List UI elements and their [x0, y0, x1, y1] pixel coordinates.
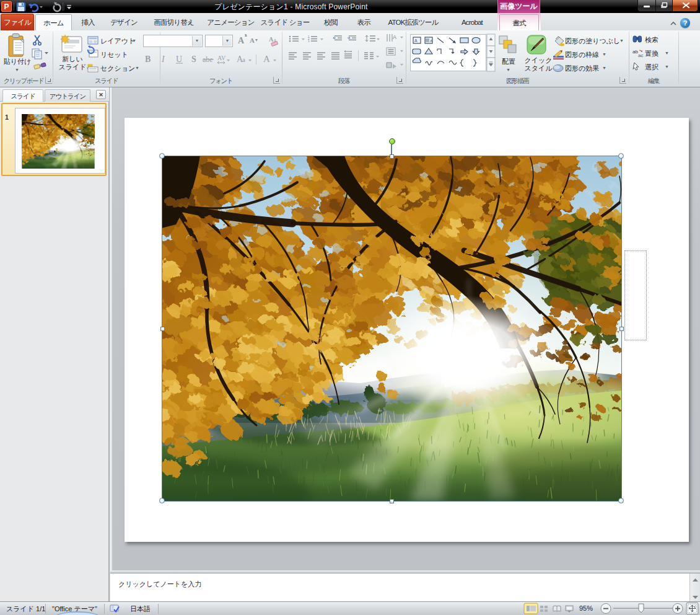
svg-text:A: A — [238, 36, 245, 45]
svg-text:A: A — [269, 36, 274, 43]
svg-text:B: B — [145, 55, 151, 64]
svg-text:3: 3 — [308, 40, 310, 43]
svg-text:A: A — [430, 39, 432, 43]
svg-text:ac: ac — [638, 53, 643, 58]
svg-text:S: S — [191, 55, 196, 64]
svg-text:A: A — [414, 38, 418, 43]
svg-text:AV: AV — [217, 55, 226, 61]
svg-text:a: a — [242, 56, 245, 63]
svg-text:P: P — [4, 2, 9, 11]
svg-text:A: A — [263, 54, 270, 64]
svg-text:A: A — [393, 34, 396, 40]
svg-text:U: U — [176, 55, 182, 64]
svg-text:I: I — [161, 55, 165, 64]
svg-text:A: A — [250, 37, 255, 44]
